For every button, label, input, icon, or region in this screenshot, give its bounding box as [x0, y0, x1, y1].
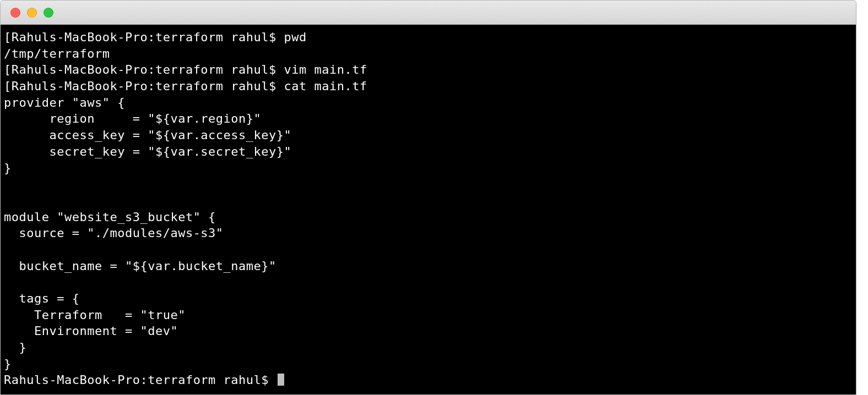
terminal-line: /tmp/terraform [4, 47, 110, 61]
maximize-icon[interactable] [44, 8, 53, 18]
terminal-line: [Rahuls-MacBook-Pro:terraform rahul$ vim… [4, 63, 367, 76]
terminal-line: module "website_s3_bucket" { [4, 210, 216, 224]
terminal-body[interactable]: [Rahuls-MacBook-Pro:terraform rahul$ pwd… [1, 25, 856, 394]
terminal-line: } [4, 357, 12, 371]
terminal-line: tags = { [4, 292, 79, 305]
terminal-line: provider "aws" { [4, 96, 125, 109]
terminal-line: source = "./modules/aws-s3" [4, 226, 224, 240]
minimize-icon[interactable] [27, 8, 37, 18]
terminal-line: Environment = "dev" [4, 324, 178, 338]
terminal-line: } [4, 161, 12, 175]
cursor-icon [278, 374, 284, 386]
terminal-line: secret_key = "${var.secret_key}" [4, 145, 291, 158]
terminal-line: [Rahuls-MacBook-Pro:terraform rahul$ pwd [4, 30, 307, 44]
terminal-line: } [4, 341, 26, 354]
terminal-prompt: Rahuls-MacBook-Pro:terraform rahul$ [4, 373, 276, 387]
terminal-window: [Rahuls-MacBook-Pro:terraform rahul$ pwd… [0, 0, 856, 395]
titlebar [1, 1, 856, 25]
close-icon[interactable] [10, 8, 20, 18]
terminal-line: access_key = "${var.access_key}" [4, 128, 291, 142]
terminal-line: Terraform = "true" [4, 308, 186, 322]
terminal-line: bucket_name = "${var.bucket_name}" [4, 259, 276, 273]
terminal-line: region = "${var.region}" [4, 112, 261, 125]
terminal-line: [Rahuls-MacBook-Pro:terraform rahul$ cat… [4, 79, 367, 93]
